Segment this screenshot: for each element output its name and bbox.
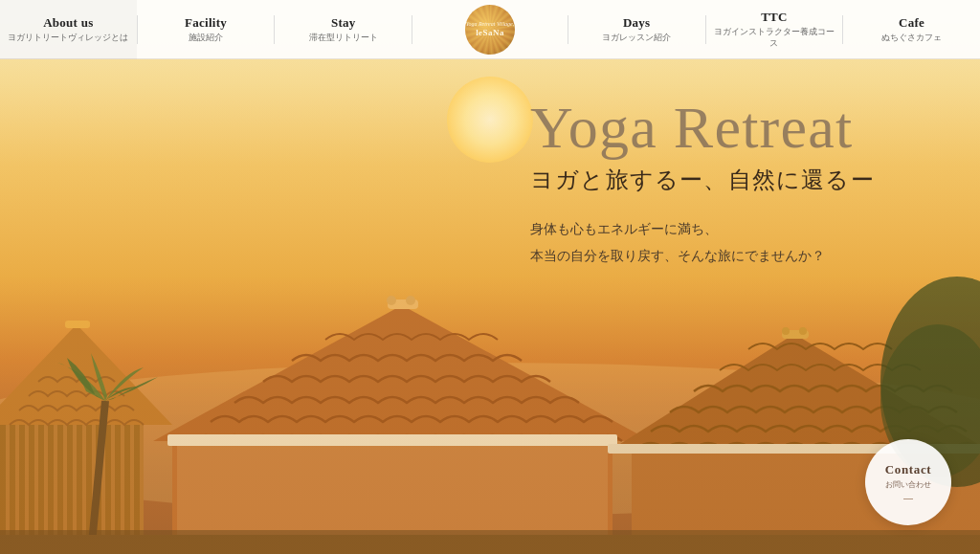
nav-ttc-sub: ヨガインストラクター養成コース <box>710 27 839 49</box>
svg-point-25 <box>406 296 415 305</box>
nav-days-sub: ヨガレッスン紹介 <box>602 33 671 44</box>
nav-stay-main: Stay <box>331 15 356 31</box>
svg-rect-18 <box>65 321 90 328</box>
nav-item-cafe[interactable]: Cafe ぬちぐさカフェ <box>843 0 980 59</box>
contact-label: Contact <box>885 462 932 477</box>
nav-item-ttc[interactable]: TTC ヨガインストラクター養成コース <box>706 0 843 59</box>
hero-section: Yoga Retreat ヨガと旅するー、自然に還るー 身体も心もエネルギーに満… <box>0 0 980 554</box>
nav-facility-sub: 施設紹介 <box>189 33 223 44</box>
svg-point-30 <box>799 327 807 335</box>
nav-item-about[interactable]: About us ヨガリトリートヴィレッジとは <box>0 0 137 59</box>
hero-desc-line1: 身体も心もエネルギーに満ち、 <box>530 222 718 236</box>
nav-cafe-main: Cafe <box>899 15 924 31</box>
hero-subtitle: ヨガと旅するー、自然に還るー <box>530 165 932 197</box>
nav-ttc-main: TTC <box>761 10 788 25</box>
hero-text-block: Yoga Retreat ヨガと旅するー、自然に還るー 身体も心もエネルギーに満… <box>482 59 980 308</box>
logo-text-main: leSaNa <box>476 28 504 37</box>
nav-about-main: About us <box>43 15 93 31</box>
svg-rect-36 <box>0 530 980 554</box>
contact-sub: お問い合わせ <box>885 479 931 490</box>
nav-item-days[interactable]: Days ヨガレッスン紹介 <box>568 0 705 59</box>
nav-about-sub: ヨガリトリートヴィレッジとは <box>8 33 128 44</box>
svg-marker-17 <box>0 324 172 425</box>
nav-days-main: Days <box>623 15 651 31</box>
hero-desc: 身体も心もエネルギーに満ち、 本当の自分を取り戻す、そんな旅にでませんか？ <box>530 216 932 270</box>
nav-cafe-sub: ぬちぐさカフェ <box>881 33 942 44</box>
nav-logo[interactable]: Yoga Retreat Village, leSaNa <box>412 0 568 59</box>
svg-rect-32 <box>167 434 617 446</box>
svg-point-24 <box>387 296 396 305</box>
hero-title: Yoga Retreat <box>530 98 932 157</box>
contact-arrow-icon: — <box>903 493 913 503</box>
main-nav: About us ヨガリトリートヴィレッジとは Facility 施設紹介 St… <box>0 0 980 59</box>
nav-facility-main: Facility <box>185 15 227 31</box>
logo-circle: Yoga Retreat Village, leSaNa <box>465 5 515 55</box>
nav-item-facility[interactable]: Facility 施設紹介 <box>138 0 275 59</box>
nav-item-stay[interactable]: Stay 滞在型リトリート <box>275 0 412 59</box>
nav-stay-sub: 滞在型リトリート <box>309 33 378 44</box>
hero-desc-line2: 本当の自分を取り戻す、そんな旅にでませんか？ <box>530 249 825 263</box>
logo-text-top: Yoga Retreat Village, <box>466 21 515 28</box>
svg-point-29 <box>782 327 790 335</box>
contact-button[interactable]: Contact お問い合わせ — <box>865 439 951 525</box>
